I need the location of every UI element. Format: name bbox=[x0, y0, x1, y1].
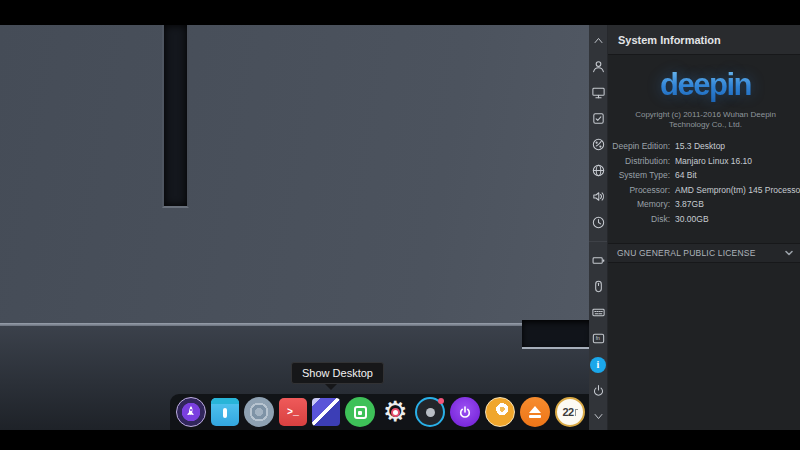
panel-title: System Information bbox=[608, 25, 800, 55]
copyright-text: Copyright (c) 2011-2016 Wuhan Deepin Tec… bbox=[622, 110, 789, 130]
browser-icon[interactable] bbox=[244, 397, 274, 427]
mouse-icon[interactable] bbox=[590, 278, 606, 294]
field-label: Disk: bbox=[608, 214, 670, 224]
field-label: Memory: bbox=[608, 199, 670, 209]
eject-triangle bbox=[529, 406, 541, 413]
field-processor: Processor: AMD Sempron(tm) 145 Processor bbox=[608, 183, 800, 198]
control-center-navbar: fn i bbox=[589, 25, 608, 430]
field-memory: Memory: 3.87GB bbox=[608, 197, 800, 212]
system-fields: Deepin Edition: 15.3 Desktop Distributio… bbox=[608, 139, 800, 226]
field-label: Deepin Edition: bbox=[608, 141, 670, 151]
power-glyph-icon bbox=[457, 404, 473, 420]
chevron-down-icon[interactable] bbox=[590, 409, 606, 425]
navbar-divider bbox=[589, 241, 607, 242]
terminal-prompt-glyph: >_ bbox=[287, 407, 299, 418]
field-label: Distribution: bbox=[608, 156, 670, 166]
personalization-icon[interactable] bbox=[590, 137, 606, 153]
control-center: fn i System Information deepin Copyright… bbox=[589, 25, 800, 430]
rocket-icon bbox=[183, 404, 199, 420]
deepin-logo: deepin bbox=[608, 67, 800, 103]
svg-text:fn: fn bbox=[595, 335, 599, 341]
calendar-lunar-mark bbox=[575, 409, 578, 416]
field-value: AMD Sempron(tm) 145 Processor bbox=[675, 185, 800, 195]
user-icon[interactable] bbox=[590, 58, 606, 74]
network-icon[interactable] bbox=[590, 163, 606, 179]
settings-gear-icon[interactable]: ⚙ bbox=[380, 397, 410, 427]
session-power-icon[interactable] bbox=[450, 397, 480, 427]
calendar-day: 22 bbox=[562, 406, 573, 418]
field-value: 30.00GB bbox=[675, 214, 709, 224]
shutdown-icon[interactable] bbox=[590, 383, 606, 399]
show-desktop-icon[interactable] bbox=[312, 398, 340, 426]
default-apps-icon[interactable] bbox=[590, 110, 606, 126]
power-management-icon[interactable] bbox=[590, 252, 606, 268]
field-value: Manjaro Linux 16.10 bbox=[675, 156, 752, 166]
store-box-glyph bbox=[354, 406, 367, 419]
field-label: Processor: bbox=[608, 185, 670, 195]
field-disk: Disk: 30.00GB bbox=[608, 212, 800, 227]
atom-pink-dot bbox=[438, 398, 444, 404]
media-player-icon[interactable] bbox=[415, 397, 445, 427]
wallpaper-vertical-slot bbox=[162, 25, 189, 208]
terminal-icon[interactable]: >_ bbox=[279, 398, 307, 426]
app-store-icon[interactable] bbox=[345, 397, 375, 427]
shortcuts-fn-icon[interactable]: fn bbox=[590, 331, 606, 347]
music-player-icon[interactable] bbox=[485, 397, 515, 427]
calendar-icon[interactable]: 22 bbox=[555, 397, 585, 427]
display-icon[interactable] bbox=[590, 84, 606, 100]
desktop: Show Desktop >_ ⚙ bbox=[0, 25, 800, 430]
system-information-panel: System Information deepin Copyright (c) … bbox=[608, 25, 800, 430]
atom-core-dot bbox=[426, 408, 435, 417]
clock-icon[interactable] bbox=[590, 215, 606, 231]
eject-bar bbox=[529, 415, 541, 418]
license-row[interactable]: GNU GENERAL PUBLIC LICENSE bbox=[608, 243, 800, 263]
keyboard-icon[interactable] bbox=[590, 304, 606, 320]
wallpaper-notch-line bbox=[522, 347, 592, 349]
chevron-up-icon[interactable] bbox=[590, 32, 606, 48]
field-label: System Type: bbox=[608, 170, 670, 180]
field-value: 15.3 Desktop bbox=[675, 141, 725, 151]
dock-tooltip: Show Desktop bbox=[291, 362, 384, 384]
gear-center-dot bbox=[391, 408, 400, 417]
field-value: 3.87GB bbox=[675, 199, 704, 209]
file-manager-icon[interactable] bbox=[211, 398, 239, 426]
system-information-icon[interactable]: i bbox=[590, 357, 606, 373]
field-distribution: Distribution: Manjaro Linux 16.10 bbox=[608, 154, 800, 169]
eject-usb-icon[interactable] bbox=[520, 397, 550, 427]
license-label: GNU GENERAL PUBLIC LICENSE bbox=[617, 248, 756, 258]
field-system-type: System Type: 64 Bit bbox=[608, 168, 800, 183]
field-value: 64 Bit bbox=[675, 170, 697, 180]
launcher-icon[interactable] bbox=[176, 397, 206, 427]
chevron-down-icon[interactable] bbox=[784, 248, 794, 258]
wallpaper-notch bbox=[522, 320, 592, 347]
sound-icon[interactable] bbox=[590, 189, 606, 205]
field-deepin-edition: Deepin Edition: 15.3 Desktop bbox=[608, 139, 800, 154]
dock: >_ ⚙ 22 bbox=[170, 394, 590, 430]
